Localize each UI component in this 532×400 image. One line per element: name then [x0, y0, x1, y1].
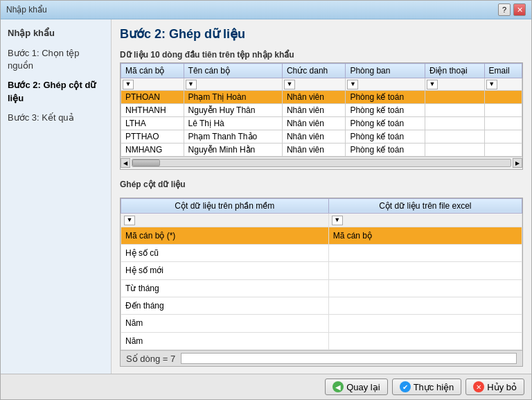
page-title: Bước 2: Ghép dữ liệu — [120, 26, 523, 42]
cancel-label: Hủy bỏ — [487, 382, 517, 392]
scrollbar-thumb[interactable] — [132, 159, 160, 166]
close-button[interactable]: ✕ — [513, 3, 526, 16]
col-header-phone: Điện thoại — [425, 64, 485, 78]
filter-box-title[interactable]: ▼ — [284, 80, 295, 89]
table-row[interactable]: NMHANGNguyễn Minh HằnNhân viênPhòng kế t… — [121, 143, 522, 156]
data-table: Mã cán bộ Tên cán bộ Chức danh Phòng ban… — [121, 63, 522, 157]
execute-label: Thực hiện — [414, 382, 454, 392]
main-window: Nhập khẩu ? ✕ Nhập khẩu Bước 1: Chọn tệp… — [0, 0, 532, 400]
row-count-bar: Số dòng = 7 — [121, 350, 522, 366]
merge-table-body: Mã cán bộ (*)Mã cán bộHệ số cũHệ số mớiT… — [121, 227, 522, 349]
col-header-email: Email — [484, 64, 522, 78]
help-button[interactable]: ? — [498, 3, 511, 16]
sidebar-title: Nhập khẩu — [1, 25, 111, 44]
col-header-name: Tên cán bộ — [184, 64, 282, 78]
col-header-id: Mã cán bộ — [121, 64, 184, 78]
table-header-row: Mã cán bộ Tên cán bộ Chức danh Phòng ban… — [121, 64, 522, 78]
window-title: Nhập khẩu — [6, 5, 47, 15]
merge-filter-row: ▼ ▼ — [121, 213, 522, 227]
merge-table-row[interactable]: Từ tháng — [121, 279, 522, 297]
merge-table-row[interactable]: Năm — [121, 332, 522, 349]
data-section: Dữ liệu 10 dòng đầu tiên trên tệp nhập k… — [120, 50, 523, 170]
sidebar-item-step1[interactable]: Bước 1: Chọn tệp nguồn — [1, 44, 111, 76]
filter-box-phone[interactable]: ▼ — [427, 80, 438, 89]
horizontal-scrollbar[interactable]: ◀ ▶ — [121, 157, 522, 169]
table-row[interactable]: NHTHANHNguyễn Huy ThânNhân viênPhòng kế … — [121, 103, 522, 116]
scroll-right-arrow[interactable]: ▶ — [513, 158, 522, 168]
row-count-input — [181, 353, 517, 364]
filter-box-email[interactable]: ▼ — [486, 80, 497, 89]
table-row[interactable]: PTTHAOPhạm Thanh ThảoNhân viênPhòng kế t… — [121, 130, 522, 143]
back-button[interactable]: ◀ Quay lại — [325, 379, 387, 395]
merge-table-row[interactable]: Đến tháng — [121, 297, 522, 314]
sidebar: Nhập khẩu Bước 1: Chọn tệp nguồn Bước 2:… — [1, 19, 112, 374]
merge-section: Cột dữ liệu trên phần mềm Cột dữ liệu tr… — [120, 198, 523, 367]
table-filter-row: ▼ ▼ ▼ ▼ ▼ ▼ — [121, 78, 522, 91]
merge-filter-box-1[interactable]: ▼ — [124, 216, 135, 225]
filter-box-id[interactable]: ▼ — [123, 80, 134, 89]
col-header-dept: Phòng ban — [346, 64, 425, 78]
table-row[interactable]: LTHALê Thị HàNhân viênPhòng kế toán — [121, 116, 522, 130]
merge-header-row: Cột dữ liệu trên phần mềm Cột dữ liệu tr… — [121, 198, 522, 213]
execute-icon: ✔ — [400, 381, 411, 392]
footer: ◀ Quay lại ✔ Thực hiện ✕ Hủy bỏ — [1, 374, 531, 399]
merge-filter-box-2[interactable]: ▼ — [332, 216, 343, 225]
content-area: Nhập khẩu Bước 1: Chọn tệp nguồn Bước 2:… — [1, 19, 531, 374]
scrollbar-track[interactable] — [132, 159, 511, 167]
back-icon: ◀ — [332, 381, 344, 392]
back-label: Quay lại — [346, 382, 380, 392]
merge-table: Cột dữ liệu trên phần mềm Cột dữ liệu tr… — [121, 198, 522, 350]
merge-table-row[interactable]: Mã cán bộ (*)Mã cán bộ — [121, 227, 522, 244]
filter-box-name[interactable]: ▼ — [186, 80, 197, 89]
merge-table-row[interactable]: Năm — [121, 315, 522, 332]
scroll-left-arrow[interactable]: ◀ — [121, 158, 130, 168]
cancel-icon: ✕ — [473, 381, 484, 392]
merge-col2-header: Cột dữ liệu trên file excel — [328, 198, 522, 213]
merge-table-row[interactable]: Hệ số cũ — [121, 244, 522, 261]
title-bar: Nhập khẩu ? ✕ — [1, 1, 531, 19]
data-section-label: Dữ liệu 10 dòng đầu tiên trên tệp nhập k… — [120, 50, 523, 60]
merge-section-label: Ghép cột dữ liệu — [120, 180, 523, 189]
data-table-container: Mã cán bộ Tên cán bộ Chức danh Phòng ban… — [120, 62, 523, 170]
merge-table-row[interactable]: Hệ số mới — [121, 262, 522, 279]
cancel-button[interactable]: ✕ Hủy bỏ — [466, 379, 524, 395]
sidebar-item-step3[interactable]: Bước 3: Kết quả — [1, 108, 111, 128]
filter-box-dept[interactable]: ▼ — [347, 80, 358, 89]
main-panel: Bước 2: Ghép dữ liệu Dữ liệu 10 dòng đầu… — [112, 19, 531, 374]
table-row[interactable]: PTHOANPhạm Thị HoànNhân viênPhòng kế toá… — [121, 90, 522, 103]
row-count-label: Số dòng = 7 — [126, 354, 175, 364]
col-header-title: Chức danh — [282, 64, 345, 78]
table-body: PTHOANPhạm Thị HoànNhân viênPhòng kế toá… — [121, 90, 522, 156]
merge-col1-header: Cột dữ liệu trên phần mềm — [121, 198, 329, 213]
title-bar-buttons: ? ✕ — [498, 3, 526, 16]
sidebar-item-step2[interactable]: Bước 2: Ghép cột dữ liệu — [1, 76, 111, 107]
execute-button[interactable]: ✔ Thực hiện — [392, 379, 462, 395]
